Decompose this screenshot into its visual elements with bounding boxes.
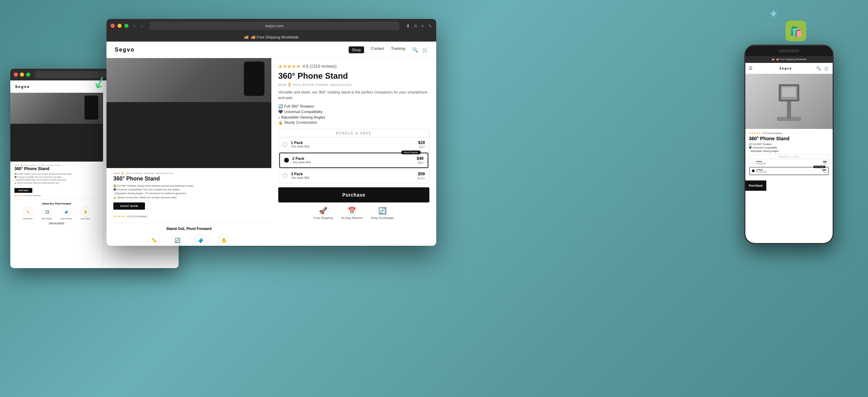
desktop-nav-icons: 🔍 🛒 bbox=[412, 47, 428, 53]
svg-rect-1 bbox=[787, 100, 791, 119]
browser-close-dot[interactable] bbox=[111, 24, 115, 28]
shipping-icon: 🚀 bbox=[319, 207, 327, 215]
feature-compat: 🖤 Universal Compatibility bbox=[278, 110, 429, 114]
cart-icon[interactable]: 🛒 bbox=[422, 47, 428, 53]
desktop-nav-links: Shop Contact Tracking bbox=[349, 46, 405, 53]
bundle-radio-3pack bbox=[283, 173, 288, 178]
desktop-hero-title: 360° Phone Stand bbox=[113, 176, 264, 182]
tablet-logo: Segvo bbox=[15, 85, 30, 89]
desktop-stand-out-title: Stand Out, Pivot Forward bbox=[113, 227, 264, 231]
tablet-features-grid: 📏 Universal Fit 🔄 360° Rotation 🧳 Travel… bbox=[14, 207, 99, 220]
bundle-price-2pack: $49 bbox=[417, 156, 424, 161]
mobile-save-1pack: You save $18 bbox=[756, 163, 766, 165]
tablet-maximize-dot[interactable] bbox=[26, 73, 30, 77]
hamburger-icon[interactable]: ☰ bbox=[749, 66, 753, 71]
mobile-bundle-header: BUNDLE & SAVE bbox=[749, 155, 829, 159]
download-icon[interactable]: ⬇ bbox=[406, 23, 410, 29]
bundle-price-1pack: $29 bbox=[418, 140, 425, 145]
tablet-universal-icon: 📏 bbox=[23, 207, 33, 217]
bundle-option-2pack[interactable]: Most Popular 2 Pack You save $45 $49 $94 bbox=[279, 153, 428, 168]
sparkle-decoration: ✦ bbox=[768, 7, 779, 21]
shopify-logo: 🛍️ bbox=[786, 21, 806, 41]
mobile-feat-compat: 🖤 Universal Compatibility bbox=[749, 146, 829, 149]
mobile-bundle-info-1pack: 1 Pack You save $18 bbox=[756, 161, 766, 165]
tablet-shop-now-btn[interactable]: SHOP NOW bbox=[14, 188, 32, 193]
bundle-orig-1pack: $47 bbox=[418, 145, 425, 149]
trust-exchanges: 🔄 Easy Exchanges bbox=[371, 207, 394, 220]
tablet-close-dot[interactable] bbox=[14, 73, 18, 77]
mobile-cart-icon[interactable]: 🛒 bbox=[824, 66, 829, 71]
new-tab-icon[interactable]: + bbox=[421, 23, 424, 29]
desktop-shop-now-btn[interactable]: SHOP NOW bbox=[113, 202, 145, 210]
mobile-feat-angles: ↕ Adjustable Viewing Angles bbox=[749, 150, 829, 152]
exchanges-label: Easy Exchanges bbox=[371, 216, 394, 220]
share-icon[interactable]: ⎋ bbox=[414, 23, 417, 29]
url-text: segvo.com bbox=[265, 24, 283, 28]
tablet-minimize-dot[interactable] bbox=[20, 73, 24, 77]
browser-forward-btn[interactable]: › bbox=[141, 23, 143, 29]
tablet-rating: 4.8 (1319 reviews) bbox=[24, 195, 41, 197]
phone-on-keyboard bbox=[244, 62, 264, 96]
mobile-bundle-info-2pack: 2 Pack You save $45 bbox=[756, 169, 767, 173]
tablet-product-info: NEW 🏆 2024 RATED PHONE INNOVATION 360° P… bbox=[10, 162, 103, 199]
trust-returns: 📅 30-Day Returns bbox=[341, 207, 363, 220]
bundle-info-1pack: 1 Pack You save $18 bbox=[291, 141, 418, 148]
browser-maximize-dot[interactable] bbox=[124, 24, 128, 28]
bundle-info-3pack: 3 Pack You save $82 bbox=[291, 172, 417, 179]
fullscreen-icon[interactable]: ⤡ bbox=[428, 23, 432, 29]
desktop-nav-tracking[interactable]: Tracking bbox=[391, 46, 405, 53]
bundle-orig-3pack: $141 bbox=[417, 176, 425, 180]
mobile-rating-text: 4.8 (1319 reviews) bbox=[762, 132, 782, 134]
tablet-clean-icon: ✋ bbox=[81, 207, 90, 217]
feature-360-rotation: 🔄 360° Rotation bbox=[167, 234, 188, 246]
mobile-notification-bar: 🚚 🚚 Free Shipping Worldwide bbox=[745, 56, 833, 63]
mobile-screen: 🚚 🚚 Free Shipping Worldwide ☰ Segvo 🔍 🛒 bbox=[745, 56, 833, 243]
bundle-option-3pack[interactable]: 3 Pack You save $82 $59 $141 bbox=[279, 169, 429, 183]
notification-emoji: 🚚 bbox=[244, 35, 249, 40]
search-icon[interactable]: 🔍 bbox=[412, 47, 418, 53]
browser-back-btn[interactable]: ‹ bbox=[134, 23, 136, 29]
notification-text: 🚚 Free Shipping Worldwide bbox=[251, 35, 299, 40]
tablet-travel-label: Travel Friendly bbox=[60, 218, 72, 220]
desktop-store-content: Segvo Shop Contact Tracking 🔍 🛒 bbox=[106, 42, 436, 246]
desktop-nav-contact[interactable]: Contact bbox=[371, 46, 384, 53]
exchanges-icon: 🔄 bbox=[378, 207, 387, 215]
tablet-shop-products[interactable]: Shop our products bbox=[14, 222, 99, 224]
mobile-save-2pack: You save $45 bbox=[756, 171, 767, 173]
feature-easy-clean: ✋ Easy Clean bbox=[214, 234, 234, 246]
desktop-product-image-section: NEW 🏆 2024 RATED PHONE INNOVATION 360° P… bbox=[106, 58, 271, 246]
mobile-features-list: 🔄 Full 360° Rotation 🖤 Universal Compati… bbox=[749, 143, 829, 152]
desktop-store-logo: Segvo bbox=[115, 47, 135, 53]
mobile-purchase-btn[interactable]: Purchase bbox=[745, 180, 766, 191]
bundle-save-1pack: You save $18 bbox=[291, 145, 418, 148]
bundle-orig-2pack: $94 bbox=[417, 161, 424, 165]
desktop-product-main-image bbox=[106, 58, 271, 168]
bundle-option-1pack[interactable]: 1 Pack You save $18 $29 $47 bbox=[279, 137, 429, 152]
travel-icon: 🧳 bbox=[194, 234, 207, 246]
bundle-price-3pack: $59 bbox=[417, 172, 425, 176]
mobile-bundle-2pack[interactable]: Most Popular 2 Pack You save $45 $49 $94 bbox=[749, 167, 828, 175]
desktop-rating-row: ★★★★★ 4.8 (1319 reviews) bbox=[278, 64, 429, 69]
desktop-hero-badge: NEW 🏆 2024 RATED PHONE INNOVATION bbox=[113, 172, 264, 175]
tablet-left: NEW 🏆 2024 RATED PHONE INNOVATION 360° P… bbox=[10, 93, 103, 268]
browser-minimize-dot[interactable] bbox=[117, 24, 122, 28]
desktop-nav-shop[interactable]: Shop bbox=[349, 46, 364, 53]
desktop-features-list: ✅ Full 360° Rotation. Easily switch betw… bbox=[113, 184, 264, 199]
desktop-stars-row: ★★★★★ 4.8 (1319 reviews) bbox=[113, 212, 264, 219]
tablet-feature-universal: 📏 Universal Fit bbox=[19, 207, 36, 220]
tablet-stars: ★★★★★ 4.8 (1319 reviews) bbox=[14, 194, 99, 197]
bundle-prices-3pack: $59 $141 bbox=[417, 172, 425, 180]
most-popular-badge: Most Popular bbox=[401, 151, 421, 154]
desktop-product-badge: NEW 🏆 2024 RATED PHONE INNOVATION bbox=[278, 83, 429, 87]
feature-sturdy: 🔒 Sturdy Construction bbox=[278, 120, 429, 125]
bundle-prices-1pack: $29 $47 bbox=[418, 140, 425, 149]
mobile-orig-2pack: $94 bbox=[822, 171, 826, 173]
browser-url-bar[interactable]: segvo.com bbox=[149, 22, 399, 30]
bundle-name-2pack: 2 Pack bbox=[292, 156, 417, 161]
desktop-stars: ★★★★★ bbox=[113, 215, 125, 218]
mobile-search-icon[interactable]: 🔍 bbox=[816, 66, 821, 71]
mobile-notification-emoji: 🚚 bbox=[771, 58, 775, 61]
returns-label: 30-Day Returns bbox=[341, 216, 363, 220]
desktop-purchase-btn[interactable]: Purchase bbox=[278, 187, 429, 202]
mobile-nav-icons: 🔍 🛒 bbox=[816, 66, 829, 71]
